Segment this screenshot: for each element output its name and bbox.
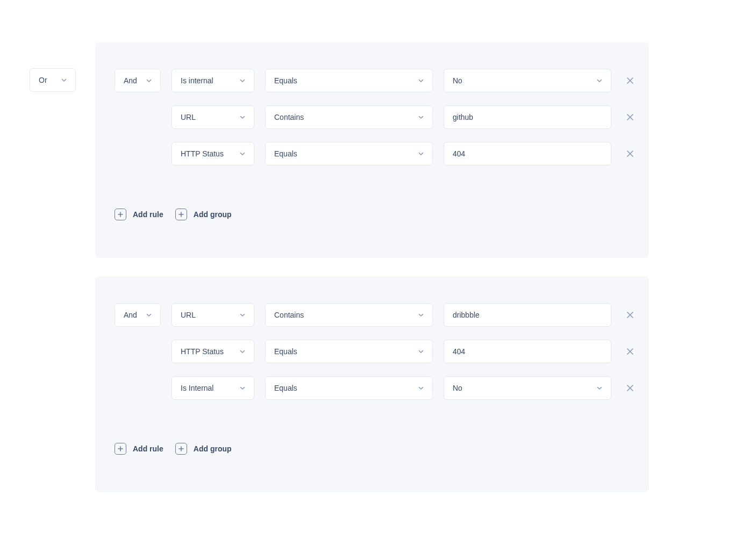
field-label: URL — [181, 311, 196, 319]
plus-icon — [175, 209, 187, 220]
plus-icon — [115, 209, 126, 220]
top-row: Or And — [30, 42, 649, 492]
operator-label: Contains — [274, 113, 304, 121]
chevron-down-icon — [239, 77, 246, 84]
query-builder: Or And — [30, 42, 649, 492]
value-input[interactable] — [444, 142, 611, 166]
group-combinator-label: And — [124, 311, 137, 319]
delete-rule-button[interactable] — [624, 111, 636, 123]
field-select[interactable]: Is Internal — [172, 376, 254, 400]
group-combinator-select[interactable]: And — [115, 303, 161, 327]
operator-select[interactable]: Equals — [265, 69, 433, 92]
rule-group: And Is internal — [95, 42, 649, 258]
groups-column: And Is internal — [95, 42, 649, 492]
add-group-label: Add group — [194, 210, 232, 219]
chevron-down-icon — [596, 384, 603, 392]
delete-rule-button[interactable] — [624, 346, 636, 357]
value-wrap — [444, 142, 611, 166]
field-label: HTTP Status — [181, 347, 224, 356]
rule-row: HTTP Status Equals — [172, 142, 636, 166]
operator-select[interactable]: Contains — [265, 303, 433, 327]
rule-row: Is Internal Equals No — [172, 376, 636, 400]
add-rule-label: Add rule — [133, 444, 163, 453]
field-select[interactable]: HTTP Status — [172, 340, 254, 363]
chevron-down-icon — [239, 384, 246, 392]
operator-select[interactable]: Equals — [265, 142, 433, 166]
value-input[interactable] — [444, 340, 611, 363]
outer-combinator-wrap: Or — [30, 68, 76, 92]
delete-rule-button[interactable] — [624, 75, 636, 87]
add-group-button[interactable]: Add group — [175, 443, 232, 455]
group-actions: Add rule Add group — [115, 209, 630, 220]
add-rule-button[interactable]: Add rule — [115, 443, 163, 455]
value-wrap — [444, 105, 611, 129]
add-group-button[interactable]: Add group — [175, 209, 232, 220]
value-input[interactable] — [444, 303, 611, 327]
add-rule-label: Add rule — [133, 210, 163, 219]
chevron-down-icon — [239, 150, 246, 157]
chevron-down-icon — [417, 384, 425, 392]
group-combinator-label: And — [124, 76, 137, 85]
chevron-down-icon — [239, 348, 246, 355]
value-wrap: No — [444, 69, 611, 92]
value-wrap — [444, 340, 611, 363]
group-combinator-wrap: And — [115, 69, 161, 92]
field-label: Is Internal — [181, 384, 213, 392]
rule-row: URL Contains — [172, 303, 636, 327]
field-select[interactable]: URL — [172, 105, 254, 129]
delete-rule-button[interactable] — [624, 148, 636, 160]
chevron-down-icon — [417, 311, 425, 319]
plus-icon — [175, 443, 187, 455]
operator-select[interactable]: Equals — [265, 376, 433, 400]
operator-label: Equals — [274, 384, 297, 392]
group-combinator-select[interactable]: And — [115, 69, 161, 92]
field-select[interactable]: URL — [172, 303, 254, 327]
outer-combinator-select[interactable]: Or — [30, 68, 76, 92]
chevron-down-icon — [145, 77, 153, 84]
chevron-down-icon — [417, 348, 425, 355]
outer-combinator-label: Or — [39, 76, 47, 84]
field-label: HTTP Status — [181, 149, 224, 158]
add-rule-button[interactable]: Add rule — [115, 209, 163, 220]
chevron-down-icon — [596, 77, 603, 84]
value-input[interactable] — [444, 105, 611, 129]
plus-icon — [115, 443, 126, 455]
field-label: URL — [181, 113, 196, 121]
add-group-label: Add group — [194, 444, 232, 453]
value-select[interactable]: No — [444, 69, 611, 92]
operator-label: Equals — [274, 149, 297, 158]
operator-label: Contains — [274, 311, 304, 319]
delete-rule-button[interactable] — [624, 382, 636, 394]
value-label: No — [453, 76, 462, 85]
chevron-down-icon — [417, 150, 425, 157]
group-content: And Is internal — [115, 69, 630, 166]
rules-list: URL Contains — [172, 303, 636, 400]
value-wrap — [444, 303, 611, 327]
rule-row: HTTP Status Equals — [172, 340, 636, 363]
chevron-down-icon — [60, 76, 68, 84]
rules-list: Is internal Equals No — [172, 69, 636, 166]
value-wrap: No — [444, 376, 611, 400]
delete-rule-button[interactable] — [624, 309, 636, 321]
field-select[interactable]: HTTP Status — [172, 142, 254, 166]
chevron-down-icon — [417, 113, 425, 121]
value-label: No — [453, 384, 462, 392]
group-combinator-wrap: And — [115, 303, 161, 327]
operator-label: Equals — [274, 347, 297, 356]
field-select[interactable]: Is internal — [172, 69, 254, 92]
group-actions: Add rule Add group — [115, 443, 630, 455]
chevron-down-icon — [239, 311, 246, 319]
field-label: Is internal — [181, 76, 213, 85]
value-select[interactable]: No — [444, 376, 611, 400]
rule-row: URL Contains — [172, 105, 636, 129]
rule-row: Is internal Equals No — [172, 69, 636, 92]
group-content: And URL — [115, 303, 630, 400]
chevron-down-icon — [417, 77, 425, 84]
chevron-down-icon — [239, 113, 246, 121]
rule-group: And URL — [95, 276, 649, 492]
chevron-down-icon — [145, 311, 153, 319]
operator-select[interactable]: Equals — [265, 340, 433, 363]
operator-label: Equals — [274, 76, 297, 85]
operator-select[interactable]: Contains — [265, 105, 433, 129]
